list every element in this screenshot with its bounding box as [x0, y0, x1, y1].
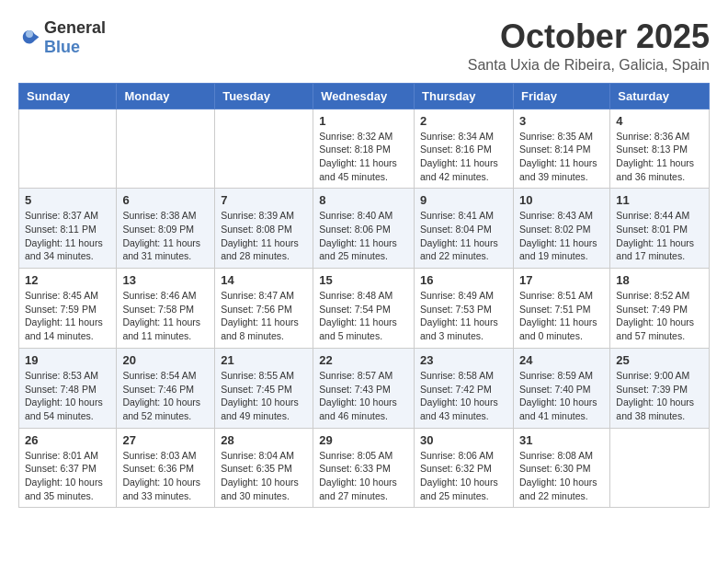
day-number: 31 — [519, 433, 604, 447]
day-info: Sunrise: 8:44 AM Sunset: 8:01 PM Dayligh… — [616, 209, 703, 263]
calendar-cell: 5Sunrise: 8:37 AM Sunset: 8:11 PM Daylig… — [19, 189, 117, 269]
calendar-cell — [117, 109, 215, 189]
calendar-cell: 15Sunrise: 8:48 AM Sunset: 7:54 PM Dayli… — [313, 269, 415, 349]
day-info: Sunrise: 8:45 AM Sunset: 7:59 PM Dayligh… — [25, 289, 110, 343]
day-info: Sunrise: 8:39 AM Sunset: 8:08 PM Dayligh… — [221, 209, 307, 263]
calendar-cell: 23Sunrise: 8:58 AM Sunset: 7:42 PM Dayli… — [415, 348, 514, 428]
day-info: Sunrise: 8:52 AM Sunset: 7:49 PM Dayligh… — [616, 289, 703, 343]
weekday-header-thursday: Thursday — [415, 83, 514, 109]
day-info: Sunrise: 8:51 AM Sunset: 7:51 PM Dayligh… — [519, 289, 604, 343]
day-number: 17 — [519, 273, 604, 287]
day-number: 15 — [319, 273, 408, 287]
calendar-cell: 27Sunrise: 8:03 AM Sunset: 6:36 PM Dayli… — [117, 428, 215, 508]
day-number: 5 — [25, 193, 110, 207]
page-header: General Blue October 2025 Santa Uxia de … — [18, 18, 710, 74]
day-number: 1 — [319, 114, 408, 128]
calendar-week-row: 12Sunrise: 8:45 AM Sunset: 7:59 PM Dayli… — [19, 269, 710, 349]
day-info: Sunrise: 8:58 AM Sunset: 7:42 PM Dayligh… — [420, 369, 507, 423]
calendar-week-row: 5Sunrise: 8:37 AM Sunset: 8:11 PM Daylig… — [19, 189, 710, 269]
day-number: 11 — [616, 193, 703, 207]
day-info: Sunrise: 8:36 AM Sunset: 8:13 PM Dayligh… — [616, 130, 703, 184]
day-info: Sunrise: 8:48 AM Sunset: 7:54 PM Dayligh… — [319, 289, 408, 343]
day-info: Sunrise: 8:34 AM Sunset: 8:16 PM Dayligh… — [420, 130, 507, 184]
day-number: 26 — [25, 433, 110, 447]
day-number: 19 — [25, 353, 110, 367]
weekday-header-wednesday: Wednesday — [313, 83, 415, 109]
calendar-cell: 19Sunrise: 8:53 AM Sunset: 7:48 PM Dayli… — [19, 348, 117, 428]
calendar-cell: 24Sunrise: 8:59 AM Sunset: 7:40 PM Dayli… — [513, 348, 609, 428]
day-number: 22 — [319, 353, 408, 367]
day-info: Sunrise: 8:32 AM Sunset: 8:18 PM Dayligh… — [319, 130, 408, 184]
title-block: October 2025 Santa Uxia de Ribeira, Gali… — [468, 18, 710, 74]
day-number: 4 — [616, 114, 703, 128]
day-info: Sunrise: 8:49 AM Sunset: 7:53 PM Dayligh… — [420, 289, 507, 343]
day-info: Sunrise: 8:04 AM Sunset: 6:35 PM Dayligh… — [221, 449, 307, 503]
calendar-cell: 20Sunrise: 8:54 AM Sunset: 7:46 PM Dayli… — [117, 348, 215, 428]
day-number: 2 — [420, 114, 507, 128]
day-number: 29 — [319, 433, 408, 447]
calendar-cell: 3Sunrise: 8:35 AM Sunset: 8:14 PM Daylig… — [513, 109, 609, 189]
calendar-cell — [19, 109, 117, 189]
weekday-header-row: SundayMondayTuesdayWednesdayThursdayFrid… — [19, 83, 710, 109]
day-number: 25 — [616, 353, 703, 367]
calendar-cell: 31Sunrise: 8:08 AM Sunset: 6:30 PM Dayli… — [513, 428, 609, 508]
day-info: Sunrise: 8:41 AM Sunset: 8:04 PM Dayligh… — [420, 209, 507, 263]
calendar-cell: 4Sunrise: 8:36 AM Sunset: 8:13 PM Daylig… — [610, 109, 710, 189]
weekday-header-tuesday: Tuesday — [215, 83, 313, 109]
weekday-header-friday: Friday — [513, 83, 609, 109]
day-info: Sunrise: 8:03 AM Sunset: 6:36 PM Dayligh… — [122, 449, 209, 503]
calendar-cell: 30Sunrise: 8:06 AM Sunset: 6:32 PM Dayli… — [415, 428, 514, 508]
day-info: Sunrise: 8:59 AM Sunset: 7:40 PM Dayligh… — [519, 369, 604, 423]
day-number: 18 — [616, 273, 703, 287]
calendar-cell: 21Sunrise: 8:55 AM Sunset: 7:45 PM Dayli… — [215, 348, 313, 428]
calendar-week-row: 19Sunrise: 8:53 AM Sunset: 7:48 PM Dayli… — [19, 348, 710, 428]
day-number: 21 — [221, 353, 307, 367]
calendar-cell: 18Sunrise: 8:52 AM Sunset: 7:49 PM Dayli… — [610, 269, 710, 349]
calendar-cell: 25Sunrise: 9:00 AM Sunset: 7:39 PM Dayli… — [610, 348, 710, 428]
day-info: Sunrise: 8:06 AM Sunset: 6:32 PM Dayligh… — [420, 449, 507, 503]
day-info: Sunrise: 8:05 AM Sunset: 6:33 PM Dayligh… — [319, 449, 408, 503]
calendar-cell: 12Sunrise: 8:45 AM Sunset: 7:59 PM Dayli… — [19, 269, 117, 349]
weekday-header-sunday: Sunday — [19, 83, 117, 109]
day-number: 9 — [420, 193, 507, 207]
calendar-cell: 29Sunrise: 8:05 AM Sunset: 6:33 PM Dayli… — [313, 428, 415, 508]
calendar-cell — [610, 428, 710, 508]
weekday-header-saturday: Saturday — [610, 83, 710, 109]
calendar-cell: 16Sunrise: 8:49 AM Sunset: 7:53 PM Dayli… — [415, 269, 514, 349]
day-number: 24 — [519, 353, 604, 367]
calendar-cell: 28Sunrise: 8:04 AM Sunset: 6:35 PM Dayli… — [215, 428, 313, 508]
logo-text-general: General — [44, 18, 106, 37]
day-info: Sunrise: 8:55 AM Sunset: 7:45 PM Dayligh… — [221, 369, 307, 423]
day-number: 13 — [122, 273, 209, 287]
day-info: Sunrise: 8:08 AM Sunset: 6:30 PM Dayligh… — [519, 449, 604, 503]
calendar-cell: 1Sunrise: 8:32 AM Sunset: 8:18 PM Daylig… — [313, 109, 415, 189]
day-number: 27 — [122, 433, 209, 447]
day-number: 16 — [420, 273, 507, 287]
day-number: 30 — [420, 433, 507, 447]
calendar-cell: 8Sunrise: 8:40 AM Sunset: 8:06 PM Daylig… — [313, 189, 415, 269]
day-info: Sunrise: 8:54 AM Sunset: 7:46 PM Dayligh… — [122, 369, 209, 423]
day-info: Sunrise: 8:38 AM Sunset: 8:09 PM Dayligh… — [122, 209, 209, 263]
day-info: Sunrise: 8:43 AM Sunset: 8:02 PM Dayligh… — [519, 209, 604, 263]
day-number: 8 — [319, 193, 408, 207]
logo-text-blue: Blue — [44, 38, 80, 56]
day-number: 6 — [122, 193, 209, 207]
day-number: 7 — [221, 193, 307, 207]
calendar-cell: 9Sunrise: 8:41 AM Sunset: 8:04 PM Daylig… — [415, 189, 514, 269]
day-info: Sunrise: 8:53 AM Sunset: 7:48 PM Dayligh… — [25, 369, 110, 423]
calendar-cell: 13Sunrise: 8:46 AM Sunset: 7:58 PM Dayli… — [117, 269, 215, 349]
calendar-cell: 6Sunrise: 8:38 AM Sunset: 8:09 PM Daylig… — [117, 189, 215, 269]
day-number: 23 — [420, 353, 507, 367]
day-info: Sunrise: 9:00 AM Sunset: 7:39 PM Dayligh… — [616, 369, 703, 423]
month-title: October 2025 — [468, 18, 710, 55]
calendar-week-row: 26Sunrise: 8:01 AM Sunset: 6:37 PM Dayli… — [19, 428, 710, 508]
day-number: 20 — [122, 353, 209, 367]
logo: General Blue — [18, 18, 106, 57]
calendar-cell: 26Sunrise: 8:01 AM Sunset: 6:37 PM Dayli… — [19, 428, 117, 508]
calendar-cell: 14Sunrise: 8:47 AM Sunset: 7:56 PM Dayli… — [215, 269, 313, 349]
day-number: 3 — [519, 114, 604, 128]
calendar-cell: 17Sunrise: 8:51 AM Sunset: 7:51 PM Dayli… — [513, 269, 609, 349]
calendar-cell: 2Sunrise: 8:34 AM Sunset: 8:16 PM Daylig… — [415, 109, 514, 189]
calendar-table: SundayMondayTuesdayWednesdayThursdayFrid… — [18, 83, 710, 509]
day-number: 14 — [221, 273, 307, 287]
